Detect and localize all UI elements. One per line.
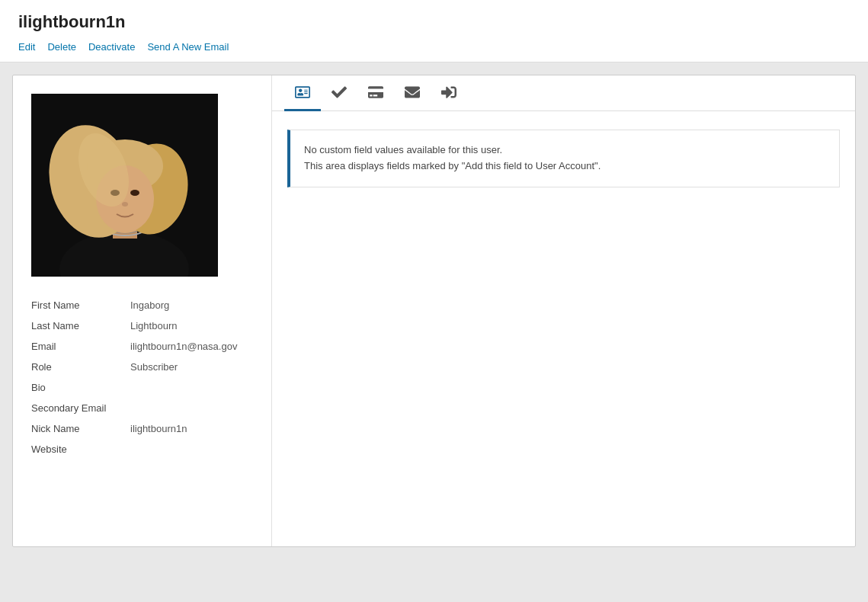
tab-content: No custom field values available for thi…: [272, 111, 855, 206]
nick-name-value: ilightbourn1n: [130, 418, 253, 439]
svg-point-11: [130, 190, 139, 196]
email-value: ilightbourn1n@nasa.gov: [130, 336, 253, 357]
envelope-icon: [405, 85, 420, 100]
field-row-first-name: First Name Ingaborg: [31, 295, 253, 315]
right-panel: No custom field values available for thi…: [272, 75, 855, 546]
field-row-website: Website: [31, 439, 253, 460]
field-row-email: Email ilightbourn1n@nasa.gov: [31, 336, 253, 357]
deactivate-action[interactable]: Deactivate: [88, 41, 135, 62]
bio-value: [130, 377, 253, 398]
email-label: Email: [31, 336, 130, 357]
first-name-label: First Name: [31, 295, 130, 315]
email-tab[interactable]: [394, 75, 431, 111]
login-tab[interactable]: [431, 75, 467, 111]
content-card: First Name Ingaborg Last Name Lightbourn…: [12, 75, 856, 547]
field-row-bio: Bio: [31, 377, 253, 398]
action-links: Edit Delete Deactivate Send A New Email: [18, 41, 850, 62]
website-value: [130, 439, 253, 460]
field-row-nick-name: Nick Name ilightbourn1n: [31, 418, 253, 439]
svg-point-12: [122, 202, 128, 207]
main-content: First Name Ingaborg Last Name Lightbourn…: [0, 62, 868, 559]
field-row-secondary-email: Secondary Email: [31, 398, 253, 418]
user-avatar: [31, 94, 218, 277]
left-panel: First Name Ingaborg Last Name Lightbourn…: [13, 75, 272, 546]
last-name-label: Last Name: [31, 315, 130, 336]
send-email-action[interactable]: Send A New Email: [147, 41, 229, 62]
top-header: ilightbourn1n Edit Delete Deactivate Sen…: [0, 0, 868, 62]
card-tab[interactable]: [357, 75, 394, 111]
secondary-email-label: Secondary Email: [31, 398, 130, 418]
delete-action[interactable]: Delete: [47, 41, 76, 62]
profile-tab[interactable]: [284, 75, 321, 111]
check-icon: [332, 85, 347, 100]
checkmark-tab[interactable]: [321, 75, 357, 111]
last-name-value: Lightbourn: [130, 315, 253, 336]
avatar-image: [31, 94, 218, 277]
info-line1: No custom field values available for thi…: [304, 142, 825, 159]
field-row-last-name: Last Name Lightbourn: [31, 315, 253, 336]
avatar-svg: [31, 94, 218, 277]
info-line2: This area displays fields marked by "Add…: [304, 159, 825, 175]
nick-name-label: Nick Name: [31, 418, 130, 439]
page-title: ilightbourn1n: [18, 12, 850, 32]
sign-in-icon: [441, 85, 456, 100]
first-name-value: Ingaborg: [130, 295, 253, 315]
id-card-icon: [295, 85, 310, 100]
tabs-bar: [272, 75, 855, 111]
secondary-email-value: [130, 398, 253, 418]
user-fields-table: First Name Ingaborg Last Name Lightbourn…: [31, 295, 253, 460]
website-label: Website: [31, 439, 130, 460]
bio-label: Bio: [31, 377, 130, 398]
credit-card-icon: [368, 85, 383, 100]
role-label: Role: [31, 357, 130, 377]
edit-action[interactable]: Edit: [18, 41, 35, 62]
custom-fields-info-box: No custom field values available for thi…: [287, 130, 840, 187]
field-row-role: Role Subscriber: [31, 357, 253, 377]
role-value: Subscriber: [130, 357, 253, 377]
